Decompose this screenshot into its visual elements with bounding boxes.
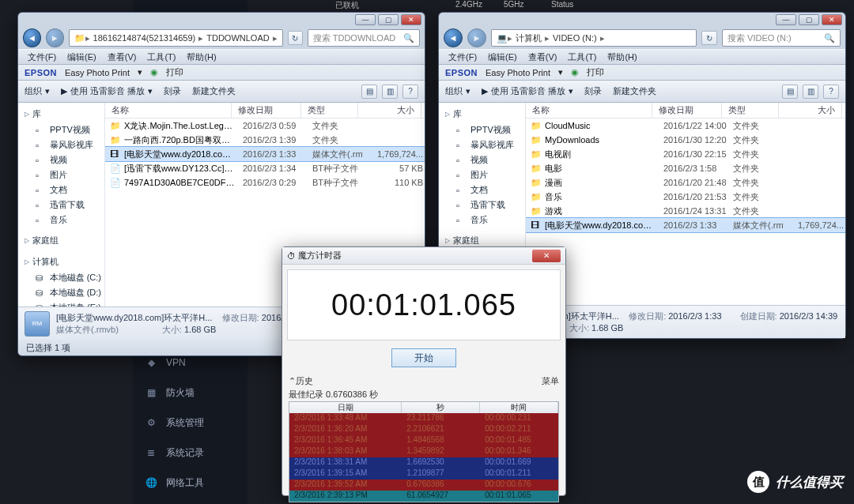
nav-item[interactable]: ▫音乐 (440, 213, 523, 228)
nav-item[interactable]: ▫暴风影视库 (440, 137, 523, 152)
minimize-button[interactable]: — (355, 14, 376, 25)
help-button[interactable]: ? (402, 85, 418, 99)
back-button[interactable]: ◄ (23, 28, 41, 47)
col-name[interactable]: 名称 (526, 103, 652, 118)
nav-item[interactable]: ▫视频 (20, 152, 103, 167)
burn-button[interactable]: 刻录 (584, 85, 602, 97)
history-row[interactable]: 2/3/2016 1:33:48 AM23.21178600:00:00.231 (289, 413, 558, 424)
nav-group-header[interactable]: ▷家庭组 (20, 232, 103, 249)
search-input[interactable]: 搜索 TDDOWNLOAD 🔍 (308, 29, 420, 47)
file-row[interactable]: 📁电影2016/2/3 1:58文件夹 (526, 161, 845, 175)
view-button[interactable]: ▤ (782, 85, 798, 99)
nav-group-header[interactable]: ▷库 (20, 106, 103, 122)
col-type[interactable]: 类型 (722, 103, 779, 118)
path-seg[interactable]: TDDOWNLOAD (203, 33, 272, 43)
minimize-button[interactable]: — (776, 14, 796, 25)
history-row[interactable]: 2/3/2016 1:39:15 AM1.210987700:00:01.211 (289, 468, 558, 480)
close-button[interactable]: ✕ (822, 14, 842, 25)
history-row[interactable]: 2/3/2016 2:39:13 PM61.065492700:01:01.06… (289, 491, 558, 502)
refresh-button[interactable]: ↻ (288, 31, 303, 45)
sidebar-item[interactable]: 🌐网络工具 (133, 468, 248, 498)
close-button[interactable]: ✕ (401, 14, 421, 25)
col-type[interactable]: 类型 (301, 103, 358, 118)
chevron-up-icon[interactable]: ⌃ (289, 376, 296, 386)
file-row[interactable]: 🎞[电影天堂www.dy2018.com]环太平洋H...2016/2/3 1:… (105, 147, 425, 161)
nav-item[interactable]: ⛁本地磁盘 (D:) (20, 285, 103, 300)
nav-item[interactable]: ▫文档 (20, 182, 103, 197)
menu-item[interactable]: 文件(F) (444, 50, 482, 65)
file-row[interactable]: 📁电视剧2016/1/30 22:15文件夹 (526, 147, 845, 161)
menu-item[interactable]: 工具(T) (563, 50, 601, 65)
newfolder-button[interactable]: 新建文件夹 (613, 85, 656, 97)
file-row[interactable]: 📁CloudMusic2016/1/22 14:00文件夹 (526, 118, 845, 133)
nav-item[interactable]: ▫迅雷下载 (440, 197, 523, 213)
burn-button[interactable]: 刻录 (164, 85, 181, 97)
file-row[interactable]: 📁一路向西.720p.BD国粤双语中字2016/2/3 1:39文件夹 (105, 133, 425, 147)
nav-group-header[interactable]: ▷库 (440, 106, 523, 122)
nav-item[interactable]: ▫PPTV视频 (440, 122, 523, 137)
menu-item[interactable]: 编辑(E) (62, 50, 101, 65)
organize-button[interactable]: 组织 ▾ (25, 85, 50, 97)
history-row[interactable]: 2/3/2016 1:36:45 AM1.484656800:00:01.485 (289, 435, 558, 446)
help-button[interactable]: ? (823, 85, 839, 99)
nav-item[interactable]: ▫视频 (440, 152, 523, 167)
sidebar-item[interactable]: ≣系统记录 (133, 438, 248, 468)
col-name[interactable]: 名称 (105, 103, 232, 118)
col-date[interactable]: 修改日期 (232, 103, 301, 118)
nav-item[interactable]: ▫迅雷下载 (20, 197, 103, 213)
newfolder-button[interactable]: 新建文件夹 (192, 85, 236, 97)
maximize-button[interactable]: ▢ (799, 14, 819, 25)
menu-item[interactable]: 帮助(H) (603, 50, 641, 65)
history-row[interactable]: 2/3/2016 1:36:20 AM2.210662100:00:02.211 (289, 424, 558, 435)
epson-product[interactable]: Easy Photo Print (486, 68, 550, 77)
nav-item[interactable]: ▫暴风影视库 (20, 137, 103, 152)
nav-item[interactable]: ⛁本地磁盘 (E:) (20, 300, 103, 307)
back-button[interactable]: ◄ (444, 28, 463, 47)
forward-button[interactable]: ► (467, 28, 486, 47)
preview-button[interactable]: ▥ (803, 85, 818, 99)
history-row[interactable]: 2/3/2016 1:39:52 AM0.676038600:00:00.676 (289, 480, 558, 491)
nav-item[interactable]: ▫图片 (20, 167, 103, 182)
address-bar[interactable]: 📁 ▸ 18616214874(521314659) ▸ TDDOWNLOAD … (69, 29, 283, 47)
refresh-button[interactable]: ↻ (701, 31, 717, 45)
col-size[interactable]: 大小 (779, 103, 842, 118)
file-row[interactable]: 📁MyDownloads2016/1/30 12:20文件夹 (526, 133, 845, 147)
forward-button[interactable]: ► (46, 28, 64, 47)
preview-button[interactable]: ▥ (382, 85, 398, 99)
print-button[interactable]: 打印 (166, 66, 183, 78)
file-row[interactable]: 📁漫画2016/1/20 21:48文件夹 (526, 175, 845, 190)
path-seg[interactable]: VIDEO (N:) (550, 33, 600, 43)
nav-item[interactable]: ▫PPTV视频 (20, 122, 103, 137)
close-button[interactable]: ✕ (532, 250, 561, 262)
history-row[interactable]: 2/3/2016 1:38:31 AM1.669253000:00:01.669 (289, 457, 558, 468)
sidebar-item[interactable]: ▦防火墙 (133, 378, 248, 408)
play-button[interactable]: ▶ 使用 迅雷影音 播放 ▾ (61, 85, 153, 97)
play-button[interactable]: ▶ 使用 迅雷影音 播放 ▾ (482, 85, 573, 97)
view-button[interactable]: ▤ (361, 85, 377, 99)
menu-item[interactable]: 查看(V) (103, 50, 142, 65)
history-row[interactable]: 2/3/2016 1:38:03 AM1.345989200:00:01.346 (289, 446, 558, 457)
menu-item[interactable]: 文件(F) (23, 50, 61, 65)
organize-button[interactable]: 组织 ▾ (445, 85, 470, 97)
epson-product[interactable]: Easy Photo Print (65, 68, 130, 77)
sidebar-item[interactable]: ⚙系统管理 (133, 408, 248, 438)
start-button[interactable]: 开始 (391, 348, 456, 367)
col-date[interactable]: 修改日期 (652, 103, 722, 118)
file-row[interactable]: 📁音乐2016/1/20 21:53文件夹 (526, 190, 845, 204)
nav-item[interactable]: ▫文档 (440, 182, 523, 197)
file-row[interactable]: 📁X龙诀.Mojin.The.Lost.Legend.2015.HD...201… (105, 118, 425, 133)
menu-item[interactable]: 查看(V) (523, 50, 562, 65)
column-headers[interactable]: 名称 修改日期 类型 大小 (105, 103, 425, 118)
sidebar-item[interactable]: ✈ShadowSocks (133, 498, 248, 504)
nav-item[interactable]: ▫音乐 (20, 213, 103, 228)
col-size[interactable]: 大小 (358, 103, 421, 118)
maximize-button[interactable]: ▢ (378, 14, 399, 25)
print-button[interactable]: 打印 (587, 66, 604, 78)
menu-item[interactable]: 工具(T) (142, 50, 180, 65)
file-row[interactable]: 📄7497A1D30A0BE7CE0DF3E08B3A4E0...2016/2/… (105, 175, 425, 190)
column-headers[interactable]: 名称 修改日期 类型 大小 (526, 103, 845, 118)
file-row[interactable]: 🎞[电影天堂www.dy2018.com]环太平洋H...2016/2/3 1:… (526, 218, 845, 232)
menu-item[interactable]: 帮助(H) (182, 50, 221, 65)
address-bar[interactable]: 💻 ▸ 计算机 ▸ VIDEO (N:) ▸ (491, 29, 697, 47)
nav-item[interactable]: ▫图片 (440, 167, 523, 182)
